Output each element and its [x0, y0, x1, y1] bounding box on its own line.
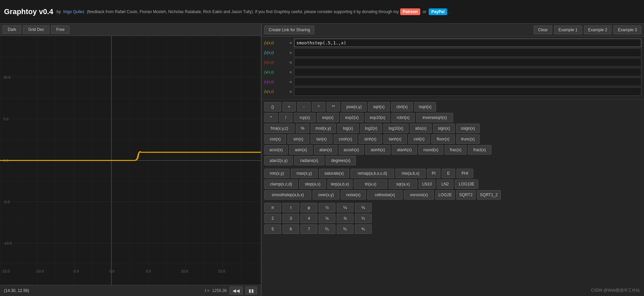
key-atan[interactable]: atan(x): [314, 145, 337, 155]
key-pi_sym[interactable]: π: [264, 203, 281, 212]
key-acos[interactable]: acos(x): [264, 145, 288, 155]
key-radians[interactable]: radians(x): [294, 156, 324, 165]
key-exp2[interactable]: exp2(x): [340, 113, 364, 122]
free-button[interactable]: Free: [51, 26, 70, 34]
key-sin[interactable]: sin(x): [287, 134, 309, 144]
key-LN10[interactable]: LN10: [419, 179, 435, 189]
key-quarter[interactable]: ¼: [319, 214, 335, 223]
key-pow[interactable]: pow(x,y): [341, 102, 367, 112]
key-abs[interactable]: abs(x): [410, 124, 432, 133]
key-LN2[interactable]: LN2: [437, 179, 453, 189]
key-third[interactable]: ⅓: [337, 203, 354, 212]
key-rsqrt[interactable]: rsqrt(x): [414, 102, 436, 112]
key-mod[interactable]: mod(x,y): [311, 124, 336, 133]
key-log2[interactable]: log2(x): [360, 124, 382, 133]
example2-button[interactable]: Example 2: [584, 26, 612, 34]
create-link-button[interactable]: Create Link for Sharing: [264, 26, 314, 34]
key-percent[interactable]: %: [296, 124, 309, 133]
key-exp[interactable]: exp(x): [317, 113, 339, 122]
key-power[interactable]: **: [327, 102, 340, 112]
key-LOG2E[interactable]: LOG2E: [435, 190, 455, 200]
patreon-button[interactable]: Patreon: [400, 8, 421, 15]
key-cosh[interactable]: cosh(x): [334, 134, 357, 144]
grid-dec-button[interactable]: Grid Dec: [23, 26, 49, 34]
key-cellnoise[interactable]: cellnoise(x): [367, 190, 402, 200]
key-PI[interactable]: PI: [427, 169, 440, 178]
example1-button[interactable]: Example 1: [554, 26, 582, 34]
clear-button[interactable]: Clear: [534, 26, 552, 34]
key-fma[interactable]: fma(x,y,z): [264, 124, 294, 133]
func-input-3[interactable]: [294, 58, 641, 67]
key-voronoi[interactable]: voronoi(x): [404, 190, 434, 200]
key-ssign[interactable]: ssign(x): [456, 124, 480, 133]
key-degrees[interactable]: degrees(x): [326, 156, 356, 165]
key-4[interactable]: 4: [301, 214, 317, 223]
key-fifth[interactable]: ⅕: [355, 214, 372, 223]
key-sinh[interactable]: sinh(x): [359, 134, 382, 144]
key-half[interactable]: ½: [319, 203, 335, 212]
key-sqrt[interactable]: sqrt(x): [368, 102, 390, 112]
key-phi_sym[interactable]: φ: [301, 203, 317, 212]
key-SQRT1_2[interactable]: SQRT1_2: [477, 190, 501, 200]
key-acosh[interactable]: acosh(x): [339, 145, 364, 155]
key-ceil[interactable]: ceil(x): [408, 134, 430, 144]
key-caret[interactable]: ^: [312, 102, 325, 112]
key-two_thirds[interactable]: ⅔: [355, 203, 372, 212]
key-floor[interactable]: floor(x): [431, 134, 455, 144]
func-input-6[interactable]: [294, 87, 641, 96]
key-cos[interactable]: cos(x): [264, 134, 286, 144]
key-trunc[interactable]: trunc(x): [456, 134, 480, 144]
key-atanh[interactable]: atanh(x): [392, 145, 417, 155]
func-input-1[interactable]: [294, 39, 641, 47]
key-PHI[interactable]: PHI: [457, 169, 473, 178]
author-link[interactable]: Inigo Quilez: [63, 9, 84, 14]
key-plus[interactable]: +: [282, 102, 296, 112]
key-frac[interactable]: frac(x): [445, 145, 467, 155]
key-rcbrt[interactable]: rcbrt(x): [391, 113, 415, 122]
key-mix[interactable]: mix(a,b,x): [395, 169, 426, 178]
key-fract[interactable]: fract(x): [468, 145, 491, 155]
key-7[interactable]: 7: [301, 224, 317, 234]
key-lerp[interactable]: lerp(a,b,x): [327, 179, 353, 189]
key-three_quarters[interactable]: ¾: [337, 214, 354, 223]
key-tau_sym[interactable]: τ: [282, 203, 299, 212]
key-smoothstep[interactable]: smoothstep(a,b,x): [264, 190, 311, 200]
func-input-4[interactable]: [294, 68, 641, 76]
key-2[interactable]: 2: [264, 214, 281, 223]
rewind-button[interactable]: ◀◀: [229, 287, 243, 295]
key-exp10[interactable]: exp10(x): [365, 113, 390, 122]
key-sign[interactable]: sign(x): [433, 124, 455, 133]
func-input-5[interactable]: [294, 78, 641, 86]
key-mul[interactable]: *: [264, 113, 278, 122]
key-tri[interactable]: tri(a,x): [354, 179, 387, 189]
key-max[interactable]: max(x,y): [291, 169, 318, 178]
dark-button[interactable]: Dark: [3, 26, 21, 34]
key-3[interactable]: 3: [282, 214, 299, 223]
key-5[interactable]: 5: [264, 224, 281, 234]
key-log10[interactable]: log10(x): [383, 124, 409, 133]
key-atan2[interactable]: atan2(x,y): [264, 156, 293, 165]
key-asinh[interactable]: asinh(x): [365, 145, 390, 155]
key-sqr[interactable]: sqr(a,x): [389, 179, 417, 189]
key-SQRT2[interactable]: SQRT2: [456, 190, 476, 200]
paypal-button[interactable]: PayPal: [429, 8, 447, 15]
key-clamp[interactable]: clamp(x,c,d): [264, 179, 298, 189]
pause-button[interactable]: ▮▮: [246, 287, 257, 295]
key-three_fifths[interactable]: ⅗: [337, 224, 354, 234]
key-tanh[interactable]: tanh(x): [383, 134, 407, 144]
key-four_fifths[interactable]: ⅘: [355, 224, 372, 234]
key-over[interactable]: over(x,y): [313, 190, 339, 200]
graph-canvas[interactable]: 10.0 5.0 0.0 -5.0 -10.0 -15.0 -10.0 -5.0…: [0, 36, 261, 285]
key-cbrt[interactable]: cbrt(x): [391, 102, 413, 112]
example3-button[interactable]: Example 3: [613, 26, 641, 34]
key-round[interactable]: round(x): [418, 145, 443, 155]
key-step[interactable]: step(a,x): [299, 179, 326, 189]
func-input-2[interactable]: [294, 48, 641, 57]
key-tan[interactable]: tan(x): [311, 134, 332, 144]
key-noise[interactable]: noise(x): [341, 190, 366, 200]
key-E[interactable]: E: [442, 169, 455, 178]
key-log[interactable]: log(x): [337, 124, 359, 133]
key-two_fifths[interactable]: ⅖: [319, 224, 335, 234]
key-asin[interactable]: asin(x): [289, 145, 313, 155]
key-parens[interactable]: (): [264, 102, 281, 112]
